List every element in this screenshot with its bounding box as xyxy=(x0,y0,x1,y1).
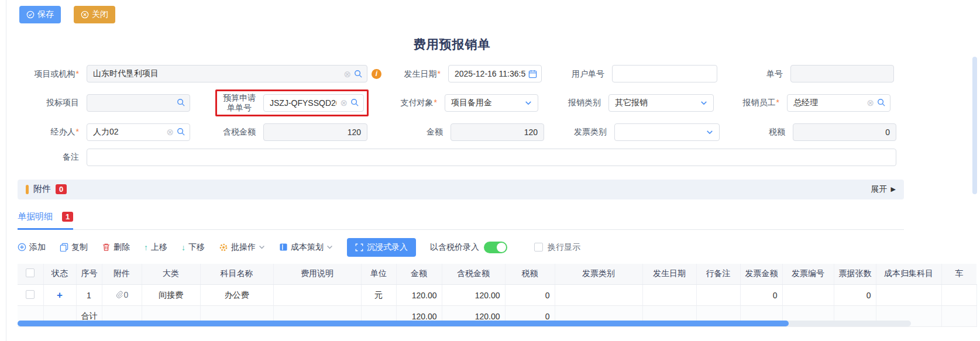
col-header-date[interactable]: 发生日期 xyxy=(642,264,696,285)
row-invoice-type-cell[interactable] xyxy=(555,285,642,306)
col-header-category[interactable]: 大类 xyxy=(142,264,200,285)
clear-icon[interactable]: ⊗ xyxy=(166,128,174,136)
invoice-type-field[interactable] xyxy=(614,123,720,141)
search-icon[interactable] xyxy=(354,70,363,78)
col-header-attachment[interactable]: 附件 xyxy=(102,264,142,285)
col-header-row-remark[interactable]: 行备注 xyxy=(696,264,740,285)
save-button[interactable]: 保存 xyxy=(19,6,61,23)
handler-field[interactable]: ⊗ xyxy=(87,123,190,141)
add-row-button[interactable]: 添加 xyxy=(18,242,46,253)
budget-no-field[interactable]: ⊗ xyxy=(263,94,364,112)
remark-input[interactable] xyxy=(87,149,896,166)
col-header-seq[interactable]: 序号 xyxy=(76,264,102,285)
horizontal-scrollbar[interactable] xyxy=(18,321,911,326)
pay-target-field[interactable]: 项目备用金 xyxy=(445,94,538,112)
col-header-tax[interactable]: 税额 xyxy=(505,264,555,285)
delete-row-button[interactable]: 删除 xyxy=(102,242,130,253)
vertical-scrollbar-thumb[interactable] xyxy=(972,57,977,194)
clear-icon[interactable]: ⊗ xyxy=(343,70,351,78)
user-no-field[interactable] xyxy=(612,65,717,82)
occur-date-field[interactable] xyxy=(448,65,542,82)
amount-with-tax-field xyxy=(263,123,367,141)
required-marker: * xyxy=(434,98,437,107)
row-ticket-count-cell[interactable]: 0 xyxy=(834,285,876,306)
col-header-invoice-no[interactable]: 发票编号 xyxy=(782,264,834,285)
required-marker: * xyxy=(76,127,79,136)
row-unit-cell[interactable]: 元 xyxy=(361,285,396,306)
col-header-unit[interactable]: 单位 xyxy=(361,264,396,285)
row-attachment-count: 0 xyxy=(124,290,129,299)
row-remark-cell[interactable] xyxy=(696,285,740,306)
expand-button[interactable]: 展开 ▶ xyxy=(871,184,896,195)
info-icon[interactable]: i xyxy=(372,69,381,79)
chevron-down-icon xyxy=(259,244,265,250)
table-row[interactable]: + 1 0 间接费 办公费 元 120.00 120.00 0 0 0 xyxy=(18,285,976,306)
search-icon[interactable] xyxy=(177,128,185,136)
select-all-checkbox[interactable] xyxy=(26,268,35,277)
row-attachment-cell[interactable]: 0 xyxy=(102,285,142,306)
move-down-button[interactable]: ↓ 下移 xyxy=(181,242,205,253)
form-row-2: 投标项目 预算申请单单号 ⊗ 支付对象* 项目备用金 报销类别 其它报销 报销员… xyxy=(0,89,980,116)
reimburse-employee-field[interactable]: ⊗ xyxy=(787,94,890,112)
cost-plan-button[interactable]: 成本策划 xyxy=(279,242,333,253)
row-invoice-amount-cell[interactable]: 0 xyxy=(740,285,782,306)
project-field[interactable]: ⊗ xyxy=(87,65,367,82)
search-icon[interactable] xyxy=(177,98,185,107)
bid-project-input[interactable] xyxy=(87,94,190,112)
chevron-down-icon xyxy=(706,129,713,136)
move-down-label: 下移 xyxy=(188,242,205,253)
col-header-invoice-type[interactable]: 发票类别 xyxy=(555,264,642,285)
row-desc-cell[interactable] xyxy=(273,285,361,306)
wrap-display-checkbox[interactable] xyxy=(534,243,543,252)
row-invoice-no-cell[interactable] xyxy=(782,285,834,306)
required-marker: * xyxy=(438,69,441,78)
calendar-icon[interactable] xyxy=(528,70,537,78)
copy-row-button[interactable]: 复制 xyxy=(60,242,88,253)
occur-date-input[interactable] xyxy=(448,65,542,82)
col-header-amount[interactable]: 金额 xyxy=(396,264,442,285)
row-checkbox[interactable] xyxy=(26,290,35,299)
batch-ops-button[interactable]: 批操作 xyxy=(219,242,265,253)
tab-detail[interactable]: 单据明细 1 xyxy=(18,211,73,230)
col-header-cost-subject[interactable]: 成本归集科目 xyxy=(876,264,941,285)
reimburse-type-select[interactable]: 其它报销 xyxy=(608,94,714,112)
row-date-cell[interactable] xyxy=(642,285,696,306)
remark-label: 备注 xyxy=(18,152,87,162)
user-no-input[interactable] xyxy=(612,65,717,82)
pay-target-select[interactable]: 项目备用金 xyxy=(445,94,538,112)
col-header-desc[interactable]: 费用说明 xyxy=(273,264,361,285)
col-header-ticket-count[interactable]: 票据张数 xyxy=(834,264,876,285)
clear-icon[interactable]: ⊗ xyxy=(340,98,348,107)
move-up-button[interactable]: ↑ 上移 xyxy=(144,242,167,253)
search-icon[interactable] xyxy=(350,98,359,107)
col-header-invoice-amount[interactable]: 发票金额 xyxy=(740,264,782,285)
project-input[interactable] xyxy=(87,65,367,82)
col-header-truncated[interactable]: 车 xyxy=(941,264,976,285)
invoice-type-select[interactable] xyxy=(614,123,720,141)
row-cost-subject-cell[interactable] xyxy=(876,285,941,306)
clear-icon[interactable]: ⊗ xyxy=(866,98,874,107)
tax-entry-toggle[interactable] xyxy=(484,242,507,253)
row-subject-cell[interactable]: 办公费 xyxy=(200,285,273,306)
wrap-display-label: 换行显示 xyxy=(548,242,580,253)
search-icon[interactable] xyxy=(877,98,886,107)
row-tax-cell[interactable]: 0 xyxy=(505,285,555,306)
attachment-bar[interactable]: 附件 0 展开 ▶ xyxy=(18,180,904,199)
user-no-label: 用户单号 xyxy=(542,69,612,79)
row-amount-with-tax-cell[interactable]: 120.00 xyxy=(442,285,505,306)
col-header-subject[interactable]: 科目名称 xyxy=(200,264,273,285)
remark-field[interactable] xyxy=(87,149,896,166)
page-title: 费用预报销单 xyxy=(0,36,904,53)
row-amount-cell[interactable]: 120.00 xyxy=(396,285,442,306)
col-header-amount-with-tax[interactable]: 含税金额 xyxy=(442,264,505,285)
bid-project-field[interactable] xyxy=(87,94,190,112)
reimburse-type-field[interactable]: 其它报销 xyxy=(608,94,714,112)
col-header-status[interactable]: 状态 xyxy=(43,264,76,285)
detail-grid: 状态 序号 附件 大类 科目名称 费用说明 单位 金额 含税金额 税额 发票类别… xyxy=(18,264,980,328)
amount-label: 金额 xyxy=(367,127,451,137)
plus-status-icon[interactable]: + xyxy=(57,290,63,301)
immersive-entry-button[interactable]: 沉浸式录入 xyxy=(347,238,416,257)
horizontal-scrollbar-thumb[interactable] xyxy=(18,321,789,326)
close-button[interactable]: 关闭 xyxy=(74,6,115,23)
row-category-cell[interactable]: 间接费 xyxy=(142,285,200,306)
